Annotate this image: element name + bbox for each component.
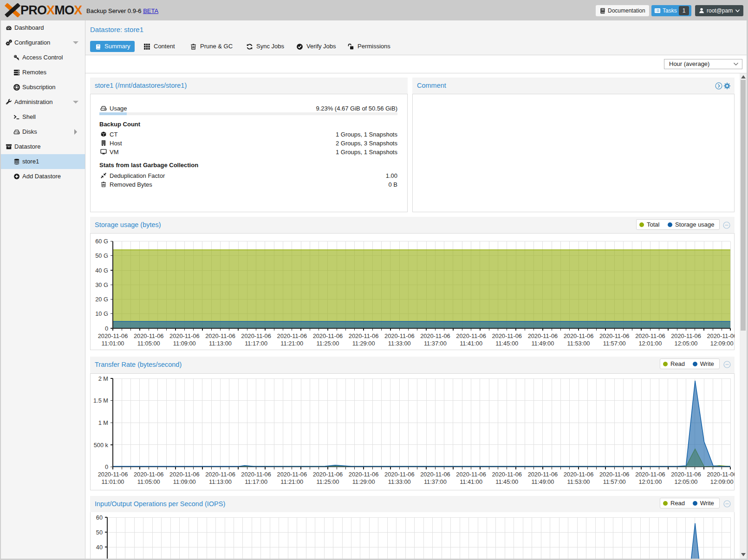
svg-text:2020-11-06: 2020-11-06 [205,471,235,478]
svg-text:11:21:00: 11:21:00 [280,478,303,485]
svg-text:11:13:00: 11:13:00 [209,340,232,347]
svg-text:2020-11-06: 2020-11-06 [564,332,594,339]
svg-text:2020-11-06: 2020-11-06 [134,471,164,478]
svg-text:11:09:00: 11:09:00 [173,478,196,485]
svg-text:2020-11-06: 2020-11-06 [241,471,271,478]
svg-text:2020-11-06: 2020-11-06 [420,471,450,478]
svg-text:11:45:00: 11:45:00 [495,340,518,347]
svg-text:11:57:00: 11:57:00 [603,340,626,347]
svg-text:30 G: 30 G [95,281,108,288]
svg-text:2020-11-06: 2020-11-06 [671,471,701,478]
svg-text:11:05:00: 11:05:00 [137,478,160,485]
svg-text:2020-11-06: 2020-11-06 [349,332,379,339]
svg-text:11:53:00: 11:53:00 [567,340,590,347]
svg-text:11:01:00: 11:01:00 [102,340,124,347]
svg-text:11:33:00: 11:33:00 [388,478,411,485]
svg-text:11:45:00: 11:45:00 [495,478,518,485]
svg-text:2020-11-06: 2020-11-06 [241,332,271,339]
svg-text:2020-11-06: 2020-11-06 [599,332,630,339]
svg-text:2020-11-06: 2020-11-06 [528,332,558,339]
svg-text:2020-11-06: 2020-11-06 [492,332,522,339]
svg-text:11:25:00: 11:25:00 [316,340,339,347]
svg-text:2020-11-06: 2020-11-06 [169,332,200,339]
svg-text:2020-11-06: 2020-11-06 [420,332,450,339]
svg-text:12:05:00: 12:05:00 [675,478,698,485]
svg-text:11:37:00: 11:37:00 [424,478,447,485]
svg-text:2020-11-06: 2020-11-06 [671,332,701,339]
svg-text:12:09:00: 12:09:00 [710,478,734,485]
svg-text:50: 50 [96,529,103,536]
svg-text:2020-11-06: 2020-11-06 [169,471,200,478]
svg-text:2020-11-06: 2020-11-06 [384,332,415,339]
svg-text:11:57:00: 11:57:00 [603,478,626,485]
svg-text:2020-11-06: 2020-11-06 [599,471,630,478]
svg-text:20 G: 20 G [95,296,108,303]
svg-text:2020-11-06: 2020-11-06 [313,471,343,478]
svg-text:12:09:00: 12:09:00 [710,340,734,347]
svg-text:60: 60 [96,514,103,521]
svg-text:11:49:00: 11:49:00 [531,340,554,347]
svg-text:2020-11-06: 2020-11-06 [349,471,379,478]
svg-text:12:05:00: 12:05:00 [675,340,698,347]
svg-text:2020-11-06: 2020-11-06 [313,332,343,339]
svg-text:2020-11-06: 2020-11-06 [98,332,128,339]
svg-text:12:01:00: 12:01:00 [638,478,662,485]
svg-text:11:25:00: 11:25:00 [316,478,339,485]
svg-text:500 k: 500 k [94,442,109,449]
svg-text:2020-11-06: 2020-11-06 [277,471,307,478]
svg-text:12:01:00: 12:01:00 [638,340,662,347]
svg-text:2020-11-06: 2020-11-06 [384,471,415,478]
svg-text:11:09:00: 11:09:00 [173,340,196,347]
svg-text:1 M: 1 M [98,419,108,426]
svg-text:11:29:00: 11:29:00 [352,340,375,347]
svg-text:11:49:00: 11:49:00 [531,478,554,485]
svg-text:40: 40 [96,544,103,551]
svg-text:40 G: 40 G [95,267,108,274]
svg-text:11:17:00: 11:17:00 [245,340,267,347]
svg-text:60 G: 60 G [95,238,108,245]
svg-text:11:21:00: 11:21:00 [280,340,303,347]
svg-text:1.5 M: 1.5 M [93,397,108,404]
svg-text:2020-11-06: 2020-11-06 [205,332,235,339]
svg-text:2020-11-06: 2020-11-06 [707,332,735,339]
svg-text:2020-11-06: 2020-11-06 [564,471,594,478]
svg-text:2020-11-06: 2020-11-06 [456,471,486,478]
svg-text:0: 0 [105,325,108,332]
svg-text:11:05:00: 11:05:00 [137,340,160,347]
svg-text:11:41:00: 11:41:00 [460,340,482,347]
svg-text:50 G: 50 G [95,252,108,259]
svg-text:2020-11-06: 2020-11-06 [635,332,665,339]
svg-text:2020-11-06: 2020-11-06 [456,332,486,339]
svg-text:2020-11-06: 2020-11-06 [98,471,128,478]
svg-text:2 M: 2 M [98,375,108,382]
svg-text:11:01:00: 11:01:00 [102,478,124,485]
svg-text:2020-11-06: 2020-11-06 [134,332,164,339]
svg-text:11:53:00: 11:53:00 [567,478,590,485]
svg-text:10 G: 10 G [95,310,108,317]
svg-text:0: 0 [105,463,108,470]
svg-text:2020-11-06: 2020-11-06 [528,471,558,478]
svg-text:11:29:00: 11:29:00 [352,478,375,485]
svg-text:11:41:00: 11:41:00 [460,478,482,485]
svg-text:2020-11-06: 2020-11-06 [277,332,307,339]
svg-text:11:17:00: 11:17:00 [245,478,267,485]
svg-text:11:33:00: 11:33:00 [388,340,411,347]
svg-text:2020-11-06: 2020-11-06 [492,471,522,478]
svg-text:11:13:00: 11:13:00 [209,478,232,485]
svg-text:2020-11-06: 2020-11-06 [635,471,665,478]
svg-text:11:37:00: 11:37:00 [424,340,447,347]
svg-text:2020-11-06: 2020-11-06 [707,471,735,478]
